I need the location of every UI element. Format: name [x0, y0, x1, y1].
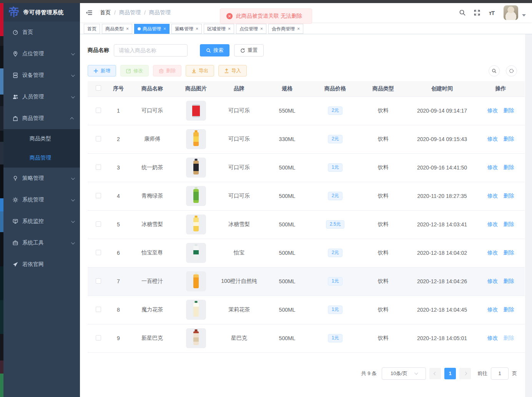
refresh-icon[interactable] — [506, 65, 517, 76]
page-number-1[interactable]: 1 — [444, 368, 456, 379]
sidebar-item-tools[interactable]: 系统工具 — [3, 232, 80, 254]
row-delete-link[interactable]: 删除 — [504, 164, 514, 170]
sidebar-subitem-goods-type[interactable]: 商品类型 — [3, 129, 80, 148]
toggle-search-icon[interactable] — [489, 65, 500, 76]
goto-unit-label: 页 — [512, 370, 517, 377]
table-row: 9新星巴克星巴克500ML1元饮料2020-12-18 14:05:01修改删除 — [88, 324, 525, 352]
row-edit-link[interactable]: 修改 — [487, 306, 498, 312]
row-edit-link[interactable]: 修改 — [487, 193, 498, 199]
close-tab-icon[interactable]: × — [126, 27, 129, 31]
sidebar-item-system[interactable]: 系统管理 — [3, 189, 80, 211]
product-image — [186, 158, 206, 178]
row-edit-link[interactable]: 修改 — [487, 249, 498, 256]
sidebar-collapse-icon[interactable] — [85, 9, 93, 17]
row-checkbox[interactable] — [96, 108, 101, 113]
cell-index: 8 — [109, 296, 128, 324]
header-search-icon[interactable] — [456, 6, 469, 19]
row-delete-link[interactable]: 删除 — [504, 136, 514, 142]
sidebar-item-home[interactable]: 首页 — [3, 22, 80, 43]
cell-index: 3 — [109, 153, 128, 182]
row-checkbox[interactable] — [96, 250, 101, 255]
row-checkbox[interactable] — [96, 335, 101, 341]
row-checkbox[interactable] — [96, 221, 101, 227]
column-header: 商品类型 — [359, 81, 407, 96]
row-edit-link[interactable]: 修改 — [487, 221, 498, 227]
sidebar-item-people[interactable]: 人员管理 — [3, 86, 80, 108]
tab-4[interactable]: 区域管理× — [204, 24, 234, 34]
sidebar-item-site[interactable]: 若依官网 — [3, 254, 80, 275]
export-button[interactable]: 导出 — [186, 65, 214, 76]
reset-button[interactable]: 重置 — [234, 44, 264, 56]
sidebar-item-monitor[interactable]: 系统监控 — [3, 211, 80, 232]
select-all-checkbox[interactable] — [96, 85, 101, 91]
row-delete-link[interactable]: 删除 — [504, 249, 514, 256]
row-edit-link[interactable]: 修改 — [487, 278, 498, 284]
row-delete-link[interactable]: 删除 — [504, 278, 514, 284]
column-header: 商品名称 — [128, 81, 177, 96]
user-menu-caret-icon[interactable] — [522, 14, 526, 17]
table-row: 7一百橙汁100橙汁自然纯500ML1元饮料2020-12-18 14:04:2… — [88, 267, 525, 296]
import-button[interactable]: 导入 — [218, 65, 247, 76]
row-edit-link[interactable]: 修改 — [487, 136, 498, 142]
row-delete-link[interactable]: 删除 — [504, 107, 514, 113]
close-tab-icon[interactable]: × — [163, 27, 166, 31]
sidebar-item-device[interactable]: 设备管理 — [3, 65, 80, 86]
add-button[interactable]: 新增 — [88, 65, 116, 76]
cell-actions: 修改删除 — [477, 210, 525, 239]
close-tab-icon[interactable]: × — [260, 27, 263, 31]
breadcrumb-home[interactable]: 首页 — [100, 9, 111, 16]
cell-brand: 100橙汁自然纯 — [215, 267, 263, 296]
tab-5[interactable]: 点位管理× — [236, 24, 266, 34]
row-delete-link[interactable]: 删除 — [504, 306, 514, 312]
cell-index: 7 — [109, 267, 128, 296]
close-tab-icon[interactable]: × — [228, 27, 231, 31]
sidebar-item-strategy[interactable]: 策略管理 — [3, 168, 80, 189]
edit-button[interactable]: 修改 — [120, 65, 149, 76]
row-delete-link[interactable]: 删除 — [504, 335, 514, 341]
chevron-down-icon — [71, 73, 75, 77]
avatar[interactable] — [504, 5, 518, 20]
cell-product-name: 新星巴克 — [128, 324, 177, 352]
sidebar-item-point[interactable]: 点位管理 — [3, 43, 80, 65]
fullscreen-icon[interactable] — [470, 6, 484, 19]
search-button[interactable]: 搜索 — [200, 44, 229, 56]
tab-3[interactable]: 策略管理× — [171, 24, 202, 34]
cell-product-image — [177, 153, 215, 182]
delete-button[interactable]: 删除 — [153, 65, 181, 76]
close-tab-icon[interactable]: × — [297, 27, 300, 31]
sidebar-item-goods[interactable]: 商品管理 — [3, 108, 80, 129]
row-checkbox[interactable] — [96, 278, 101, 284]
cell-price: 1元 — [311, 153, 359, 182]
prev-page-button[interactable] — [429, 368, 441, 379]
sidebar-subitem-goods-manage[interactable]: 商品管理 — [3, 148, 80, 168]
products-table: 序号商品名称商品图片品牌规格商品价格商品类型创建时间操作 1可口可乐可口可乐55… — [88, 81, 525, 353]
cell-created-time: 2020-12-18 14:05:01 — [407, 324, 477, 352]
row-checkbox[interactable] — [96, 193, 101, 198]
search-input[interactable] — [114, 44, 188, 56]
tab-1[interactable]: 商品类型× — [102, 24, 132, 34]
scrollbar-track[interactable] — [525, 34, 532, 397]
row-edit-link[interactable]: 修改 — [487, 107, 498, 113]
close-tab-icon[interactable]: × — [196, 27, 198, 31]
cell-created-time: 2020-09-16 14:41:50 — [407, 153, 477, 182]
row-checkbox[interactable] — [96, 164, 101, 170]
goto-page-input[interactable] — [491, 367, 509, 380]
row-checkbox[interactable] — [96, 136, 101, 141]
tab-0[interactable]: 首页 — [84, 24, 100, 34]
row-delete-link[interactable]: 删除 — [504, 221, 514, 227]
breadcrumb-item[interactable]: 商品管理 — [119, 9, 141, 16]
cell-spec: 500ML — [263, 324, 311, 352]
orange-juice-bottle-icon — [193, 274, 199, 288]
row-edit-link[interactable]: 修改 — [487, 164, 498, 170]
row-edit-link[interactable]: 修改 — [487, 335, 498, 341]
row-checkbox[interactable] — [96, 307, 101, 312]
row-delete-link[interactable]: 删除 — [504, 193, 514, 199]
next-page-button[interactable] — [459, 368, 471, 379]
export-button-label: 导出 — [199, 68, 208, 74]
tab-6[interactable]: 合作商管理× — [268, 24, 303, 34]
toolbar-right-actions — [489, 65, 517, 76]
tab-2[interactable]: 商品管理× — [134, 24, 170, 34]
page-size-select[interactable]: 10条/页 — [382, 367, 426, 380]
column-header: 创建时间 — [407, 81, 477, 96]
font-size-icon[interactable]: тT — [485, 6, 498, 19]
